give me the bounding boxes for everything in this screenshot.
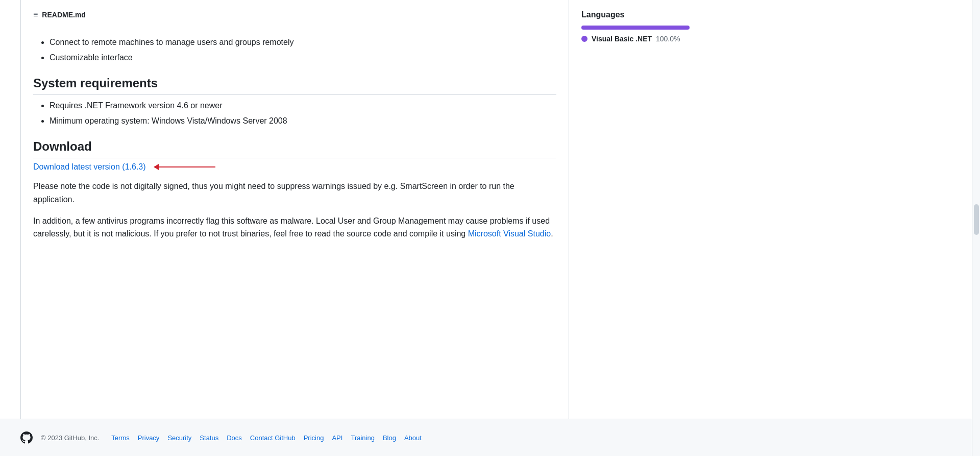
language-percent-vb: 100.0% [656,35,680,43]
page-wrapper: ≡ README.md Connect to remote machines t… [0,0,980,456]
visual-studio-link[interactable]: Microsoft Visual Studio [468,229,551,238]
readme-body: Connect to remote machines to manage use… [33,28,556,241]
language-name-vb: Visual Basic .NET [592,35,652,43]
footer-link-about[interactable]: About [404,434,422,442]
readme-header: ≡ README.md [33,10,556,19]
language-bar-container: Visual Basic .NET 100.0% [581,26,690,43]
footer-link-blog[interactable]: Blog [383,434,396,442]
language-bar-visual-basic [581,26,690,30]
bullet-item-os: Minimum operating system: Windows Vista/… [50,114,556,128]
bullet-item-dotnet: Requires .NET Framework version 4.6 or n… [50,99,556,112]
arrow-annotation [154,166,215,167]
sidebar: Languages Visual Basic .NET 100.0% [569,0,702,419]
main-content: ≡ README.md Connect to remote machines t… [0,0,980,419]
footer-nav: Terms Privacy Security Status Docs Conta… [111,434,422,442]
system-bullet-list: Requires .NET Framework version 4.6 or n… [33,99,556,127]
list-icon: ≡ [33,10,38,19]
github-logo [20,431,33,444]
footer-link-security[interactable]: Security [167,434,191,442]
footer-link-training[interactable]: Training [351,434,374,442]
scrollbar[interactable] [972,0,980,456]
top-bullet-list: Connect to remote machines to manage use… [33,36,556,64]
language-dot-vb [581,36,587,42]
section-download: Download [33,139,556,158]
arrow-line [154,166,215,167]
footer-link-terms[interactable]: Terms [111,434,129,442]
footer-link-api[interactable]: API [332,434,342,442]
footer-copyright: © 2023 GitHub, Inc. [41,434,99,442]
footer-link-pricing[interactable]: Pricing [304,434,324,442]
download-link-row: Download latest version (1.6.3) [33,162,556,172]
footer-link-status[interactable]: Status [200,434,218,442]
paragraph-signing: Please note the code is not digitally si… [33,180,556,206]
paragraph-antivirus-text-after: . [551,229,553,238]
readme-section: ≡ README.md Connect to remote machines t… [20,0,569,419]
footer-link-docs[interactable]: Docs [227,434,242,442]
languages-title: Languages [581,10,690,19]
footer-link-contact-github[interactable]: Contact GitHub [250,434,296,442]
section-system-requirements: System requirements [33,76,556,95]
readme-title: README.md [42,11,86,19]
scrollbar-thumb[interactable] [974,204,979,235]
footer: © 2023 GitHub, Inc. Terms Privacy Securi… [0,419,980,456]
paragraph-antivirus: In addition, a few antivirus programs in… [33,214,556,241]
download-link[interactable]: Download latest version (1.6.3) [33,162,146,172]
bullet-item-customizable: Customizable interface [50,51,556,64]
bullet-item-connect: Connect to remote machines to manage use… [50,36,556,49]
language-item-vb: Visual Basic .NET 100.0% [581,35,690,43]
footer-link-privacy[interactable]: Privacy [138,434,160,442]
